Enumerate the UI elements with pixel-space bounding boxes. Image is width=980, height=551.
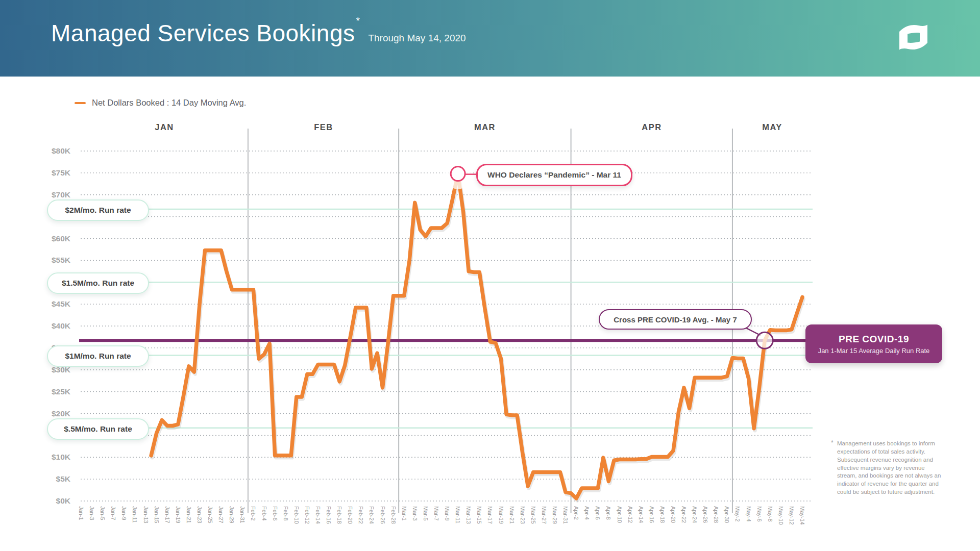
x-axis-tick: Mar-1 xyxy=(401,506,407,521)
annotation-cross-precovid: Cross PRE COVID-19 Avg. - May 7 xyxy=(599,309,752,330)
series-line-shadow xyxy=(152,176,803,500)
y-axis-label: $25K xyxy=(36,387,70,396)
x-axis-tick: May-8 xyxy=(767,506,773,522)
runrate-pill: $2M/mo. Run rate xyxy=(47,199,149,221)
x-axis-tick: Apr-6 xyxy=(595,506,601,520)
x-axis-tick: Feb-24 xyxy=(369,506,375,524)
annotation-who-pandemic: WHO Declares “Pandemic” - Mar 11 xyxy=(476,164,632,186)
precovid-baseline-badge: PRE COVID-19 Jan 1-Mar 15 Average Daily … xyxy=(805,324,942,363)
y-axis-label: $10K xyxy=(36,453,70,462)
x-axis-tick: Apr-30 xyxy=(724,506,730,523)
x-axis-tick: Feb-12 xyxy=(304,506,310,524)
y-axis-label: $5K xyxy=(36,474,70,484)
x-axis-tick: Feb-26 xyxy=(380,506,386,524)
x-axis-tick: Jan-21 xyxy=(186,506,192,523)
x-axis-tick: Apr-10 xyxy=(617,506,623,523)
series-line-net-dollars xyxy=(151,174,802,498)
month-label-apr: APR xyxy=(621,122,682,132)
y-axis-label: $40K xyxy=(36,321,70,331)
footnote-asterisk: * xyxy=(831,439,834,447)
x-axis-tick: Feb-22 xyxy=(358,506,364,524)
x-axis-tick: Jan-19 xyxy=(175,506,181,523)
x-axis-tick: Mar-25 xyxy=(530,506,536,524)
x-axis-tick: Mar-21 xyxy=(509,506,515,524)
x-axis-tick: Feb-4 xyxy=(261,506,267,521)
x-axis-tick: Mar-5 xyxy=(423,506,429,521)
x-axis-tick: Apr-18 xyxy=(659,506,666,523)
runrate-pill: $.5M/mo. Run rate xyxy=(47,418,149,440)
cross-marker-circle xyxy=(756,332,773,348)
x-axis-tick: Jan-15 xyxy=(154,506,160,523)
x-axis-tick: Mar-29 xyxy=(552,506,558,524)
x-axis-tick: Feb-18 xyxy=(336,506,342,524)
x-axis-tick: Mar-23 xyxy=(520,506,526,524)
x-axis-tick: Jan-25 xyxy=(207,506,213,523)
month-label-feb: FEB xyxy=(293,122,354,132)
x-axis-tick: Jan-23 xyxy=(197,506,203,523)
x-axis-tick: Mar-11 xyxy=(455,506,461,523)
x-axis-tick: Jan-11 xyxy=(132,506,138,523)
x-axis-tick: Apr-12 xyxy=(627,506,633,523)
x-axis-tick: Feb-10 xyxy=(293,506,300,524)
x-axis-tick: Feb-2 xyxy=(250,506,256,521)
x-axis-tick: Feb-28 xyxy=(390,506,397,524)
x-axis-tick: Mar-19 xyxy=(498,506,504,524)
x-axis-tick: Apr-8 xyxy=(605,506,611,520)
x-axis-tick: Mar-13 xyxy=(465,506,472,524)
month-label-mar: MAR xyxy=(454,122,516,132)
x-axis-tick: May-14 xyxy=(799,506,805,525)
x-axis-tick: May-10 xyxy=(778,506,784,525)
x-axis-tick: Mar-9 xyxy=(444,506,450,521)
y-axis-label: $75K xyxy=(36,168,70,178)
y-axis-label: $55K xyxy=(36,256,70,265)
who-marker-circle xyxy=(451,167,465,181)
x-axis-tick: Apr-26 xyxy=(702,506,708,523)
bookings-line-chart xyxy=(0,0,980,551)
x-axis-tick: Apr-2 xyxy=(573,506,579,520)
x-axis-tick: Jan-7 xyxy=(110,506,116,520)
x-axis-tick: Mar-31 xyxy=(562,506,569,524)
x-axis-tick: May-2 xyxy=(734,506,741,522)
x-axis-tick: Jan-17 xyxy=(164,506,170,523)
x-axis-tick: Mar-7 xyxy=(433,506,439,521)
runrate-pill: $1.5M/mo. Run rate xyxy=(47,272,149,294)
x-axis-tick: Jan-31 xyxy=(239,506,246,523)
x-axis-tick: Mar-17 xyxy=(487,506,493,524)
x-axis-tick: Mar-27 xyxy=(541,506,547,524)
x-axis-tick: Jan-3 xyxy=(89,506,95,520)
x-axis-tick: Jan-1 xyxy=(78,506,84,520)
y-axis-label: $70K xyxy=(36,190,70,199)
x-axis-tick: Feb-8 xyxy=(283,506,289,521)
annotation-who-label: WHO Declares “Pandemic” - Mar 11 xyxy=(487,170,621,180)
x-axis-tick: May-4 xyxy=(746,506,752,522)
x-axis-tick: Jan-27 xyxy=(218,506,224,523)
x-axis-tick: May-6 xyxy=(756,506,763,522)
x-axis-tick: May-12 xyxy=(789,506,795,525)
x-axis-tick: Mar-3 xyxy=(412,506,418,521)
x-axis-tick: Apr-28 xyxy=(713,506,719,523)
footnote-text: Management uses bookings to inform expec… xyxy=(837,440,941,495)
x-axis-tick: Apr-14 xyxy=(638,506,644,523)
runrate-pill: $1M/mo. Run rate xyxy=(47,345,149,367)
management-footnote: * Management uses bookings to inform exp… xyxy=(837,440,945,496)
x-axis-tick: Jan-13 xyxy=(143,506,149,523)
x-axis-tick: Apr-4 xyxy=(584,506,590,520)
x-axis-tick: Feb-6 xyxy=(272,506,278,521)
x-axis-tick: Apr-20 xyxy=(670,506,676,523)
x-axis-tick: Apr-24 xyxy=(692,506,698,523)
y-axis-label: $80K xyxy=(36,146,70,156)
x-axis-tick: Jan-9 xyxy=(121,506,127,520)
x-axis-tick: Feb-20 xyxy=(347,506,353,524)
month-label-may: MAY xyxy=(742,122,803,132)
page: { "header": { "title": "Managed Services… xyxy=(0,0,980,551)
x-axis-tick: Mar-15 xyxy=(476,506,482,524)
x-axis-tick: Jan-5 xyxy=(100,506,106,520)
x-axis-tick: Apr-22 xyxy=(681,506,687,523)
annotation-cross-label: Cross PRE COVID-19 Avg. - May 7 xyxy=(614,315,737,324)
precovid-badge-title: PRE COVID-19 xyxy=(839,334,909,345)
y-axis-label: $20K xyxy=(36,409,70,418)
y-axis-label: $45K xyxy=(36,299,70,309)
x-axis-tick: Jan-29 xyxy=(229,506,235,523)
month-label-jan: JAN xyxy=(134,122,195,132)
x-axis-tick: Feb-14 xyxy=(315,506,321,524)
